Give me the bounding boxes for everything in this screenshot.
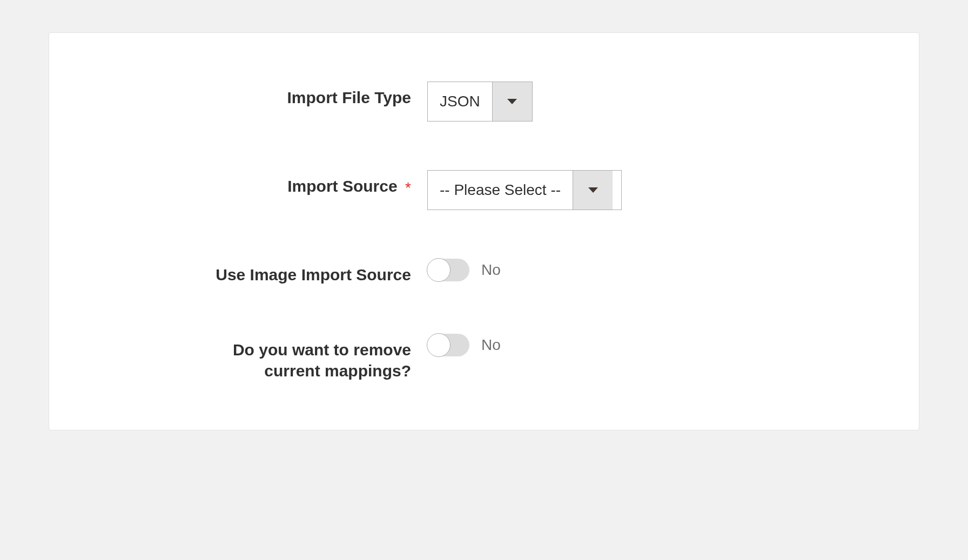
remove-current-mappings-toggle[interactable] [427,334,469,356]
toggle-knob [427,333,451,357]
import-source-value: -- Please Select -- [428,171,573,210]
label-col: Import File Type [82,82,427,108]
label-col: Import Source * [82,170,427,197]
field-remove-current-mappings: Do you want to remove current mappings? … [82,334,886,381]
toggle-knob [427,258,451,282]
required-asterisk: * [405,179,411,196]
chevron-down-icon [573,171,613,210]
svg-marker-0 [507,99,517,104]
use-image-import-source-toggle[interactable] [427,259,469,281]
label-col: Do you want to remove current mappings? [82,334,427,381]
label-col: Use Image Import Source [82,259,427,285]
remove-current-mappings-value: No [481,336,501,354]
field-use-image-import-source: Use Image Import Source No [82,259,886,285]
chevron-down-icon [492,82,532,121]
import-settings-panel: Import File Type JSON Import Source * --… [49,32,919,430]
field-import-source: Import Source * -- Please Select -- [82,170,886,210]
import-file-type-select[interactable]: JSON [427,82,533,122]
control-col: JSON [427,82,533,122]
remove-current-mappings-label: Do you want to remove current mappings? [184,339,411,381]
import-source-label: Import Source [287,177,397,195]
use-image-import-source-label: Use Image Import Source [216,266,411,284]
control-col: -- Please Select -- [427,170,622,210]
use-image-import-source-value: No [481,261,501,279]
control-col: No [427,334,501,356]
import-file-type-value: JSON [428,82,492,121]
field-import-file-type: Import File Type JSON [82,82,886,122]
import-file-type-label: Import File Type [287,89,411,106]
import-source-select[interactable]: -- Please Select -- [427,170,622,210]
svg-marker-1 [588,187,598,193]
control-col: No [427,259,501,281]
